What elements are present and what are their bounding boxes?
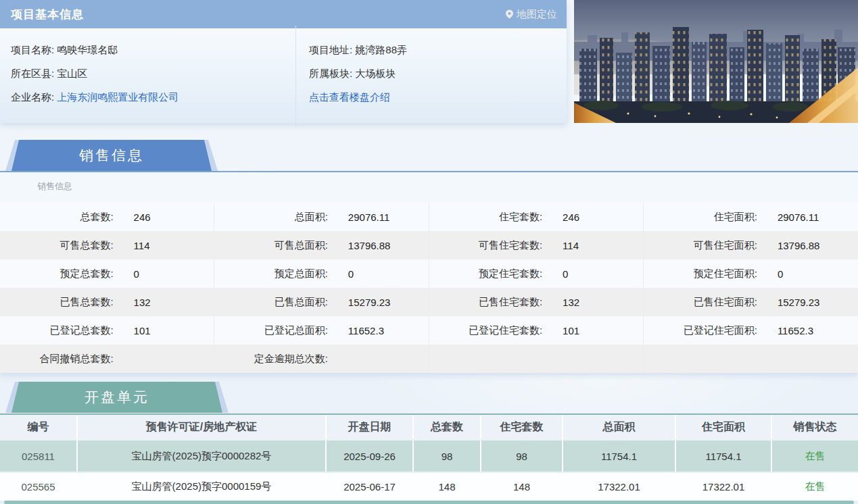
page-root: 项目基本信息 地图定位 项目名称: 鸣映华璟名邸所在区县: 宝山区企业名称: 上… — [0, 0, 858, 504]
sales-stat-row: 可售总套数:114可售总面积:13796.88可售住宅套数:114可售住宅面积:… — [0, 231, 858, 259]
sales-stat-label: 合同撤销总套数: — [0, 353, 114, 366]
sales-stat-label: 可售住宅面积: — [644, 239, 757, 252]
sales-stat-cell: 已登记住宅面积:11652.3 — [644, 316, 858, 345]
sales-stat-value: 11652.3 — [348, 325, 384, 336]
units-column-header: 住宅套数 — [481, 415, 563, 439]
sales-info-tab-header: 销售信息 — [5, 140, 218, 171]
sales-stat-label: 可售总面积: — [214, 239, 328, 252]
info-link[interactable]: 上海东润鸣熙置业有限公司 — [57, 91, 178, 103]
panel-title: 项目基本信息 — [11, 7, 84, 22]
info-link[interactable]: 点击查看楼盘介绍 — [309, 91, 390, 103]
sales-stat-value: 0 — [348, 268, 354, 280]
sales-info-section: 销售信息 总套数:246总面积:29076.11住宅套数:246住宅面积:290… — [0, 172, 858, 373]
sales-stat-label: 定金逾期总次数: — [214, 353, 328, 366]
sales-stat-label: 已登记住宅套数: — [429, 324, 543, 337]
unit-cell: 11754.1 — [563, 440, 676, 472]
units-column-header: 住宅面积 — [676, 415, 772, 439]
sales-stat-value: 13796.88 — [348, 240, 391, 251]
info-label: 项目名称: — [11, 44, 57, 55]
sales-stat-value: 15279.23 — [778, 297, 820, 308]
info-field: 企业名称: 上海东润鸣熙置业有限公司 — [11, 85, 295, 109]
sales-stat-row: 合同撤销总套数:定金逾期总次数: — [0, 345, 858, 373]
unit-row: 025565宝山房管(2025)预字0000159号2025-06-171481… — [0, 473, 858, 501]
sales-stat-value: 13796.88 — [778, 240, 820, 251]
unit-cell: 宝山房管(2025)预字0000159号 — [78, 473, 327, 501]
info-label: 项目地址: — [309, 44, 355, 55]
unit-cell: 11754.1 — [676, 440, 772, 472]
sales-stat-label: 可售总套数: — [0, 239, 114, 252]
sales-stat-value: 29076.11 — [348, 211, 389, 223]
unit-cell: 148 — [481, 473, 563, 501]
project-info-panel: 项目基本信息 地图定位 项目名称: 鸣映华璟名邸所在区县: 宝山区企业名称: 上… — [0, 0, 567, 123]
units-column-header: 总套数 — [414, 415, 481, 439]
unit-row: 025811宝山房管(2025)预字0000282号2025-09-269898… — [0, 440, 858, 472]
map-pin-icon — [506, 9, 513, 19]
sales-stat-cell — [644, 345, 858, 373]
sales-stat-row: 总套数:246总面积:29076.11住宅套数:246住宅面积:29076.11 — [0, 203, 858, 231]
section-bottom-bar — [4, 501, 854, 504]
sales-stat-cell: 预定住宅套数:0 — [429, 259, 644, 288]
sales-stat-value: 101 — [563, 325, 579, 336]
sales-stat-cell: 可售住宅套数:114 — [429, 231, 644, 259]
sales-stat-label: 总套数: — [0, 211, 114, 224]
sales-stat-cell: 已售总面积:15279.23 — [214, 288, 429, 316]
units-column-header: 预售许可证/房地产权证 — [78, 415, 327, 439]
sales-stat-cell: 总面积:29076.11 — [214, 203, 429, 231]
sales-stat-value: 0 — [134, 268, 139, 280]
units-column-header: 销售状态 — [772, 415, 858, 439]
sales-stat-label: 已登记住宅面积: — [644, 324, 757, 337]
map-locate-link[interactable]: 地图定位 — [506, 8, 557, 21]
sales-stat-cell: 已售总套数:132 — [0, 288, 214, 316]
project-info-body: 项目名称: 鸣映华璟名邸所在区县: 宝山区企业名称: 上海东润鸣熙置业有限公司 … — [0, 28, 567, 123]
sales-stat-cell: 预定总套数:0 — [0, 259, 214, 288]
units-column-header: 编号 — [0, 415, 78, 439]
sales-tab-label: 销售信息 — [11, 140, 212, 171]
info-value: 鸣映华璟名邸 — [57, 44, 118, 55]
info-value: 宝山区 — [57, 68, 87, 79]
sales-stat-value: 29076.11 — [778, 211, 819, 223]
project-info-header: 项目基本信息 地图定位 — [0, 0, 567, 28]
info-field: 所在区县: 宝山区 — [11, 61, 295, 85]
unit-code-cell: 025565 — [0, 473, 78, 501]
sales-stat-row: 已售总套数:132已售总面积:15279.23已售住宅套数:132已售住宅面积:… — [0, 288, 858, 316]
sales-stat-value: 15279.23 — [348, 297, 391, 308]
info-field: 点击查看楼盘介绍 — [309, 85, 407, 109]
units-section-divider — [0, 413, 858, 415]
info-value: 大场板块 — [355, 68, 396, 79]
unit-status-cell: 在售 — [772, 440, 858, 472]
sales-stat-label: 已售总套数: — [0, 296, 114, 309]
sales-stat-row: 已登记总套数:101已登记总面积:11652.3已登记住宅套数:101已登记住宅… — [0, 316, 858, 345]
sales-stat-cell: 预定总面积:0 — [214, 259, 429, 288]
units-tab-label: 开盘单元 — [11, 382, 222, 413]
opening-units-tab-header: 开盘单元 — [5, 382, 229, 413]
unit-cell: 17322.01 — [676, 473, 772, 501]
sales-stat-label: 住宅面积: — [644, 211, 757, 224]
unit-cell: 宝山房管(2025)预字0000282号 — [78, 440, 327, 472]
map-locate-label: 地图定位 — [517, 8, 557, 21]
sales-stat-label: 总面积: — [214, 211, 328, 224]
sales-stat-cell: 合同撤销总套数: — [0, 345, 214, 373]
sales-stat-label: 已登记总面积: — [214, 324, 328, 337]
sales-stat-cell: 已登记总套数:101 — [0, 316, 214, 345]
sales-stat-value: 114 — [134, 240, 150, 251]
info-field: 所属板块: 大场板块 — [309, 61, 407, 85]
sales-stat-label: 预定总套数: — [0, 268, 114, 280]
info-label: 企业名称: — [11, 91, 57, 103]
sales-stat-label: 预定住宅面积: — [644, 268, 757, 280]
sales-stat-cell: 已登记总面积:11652.3 — [214, 316, 429, 345]
sales-stat-row: 预定总套数:0预定总面积:0预定住宅套数:0预定住宅面积:0 — [0, 259, 858, 288]
units-column-header: 开盘日期 — [327, 415, 414, 439]
unit-cell: 98 — [481, 440, 563, 472]
project-info-left-column: 项目名称: 鸣映华璟名邸所在区县: 宝山区企业名称: 上海东润鸣熙置业有限公司 — [0, 38, 295, 123]
unit-cell: 17322.01 — [563, 473, 676, 501]
sales-stat-value: 0 — [778, 268, 783, 280]
sales-stat-value: 114 — [563, 240, 579, 251]
sales-stat-label: 预定住宅套数: — [429, 268, 543, 280]
sales-stat-label: 住宅套数: — [429, 211, 543, 224]
units-header-row: 编号预售许可证/房地产权证开盘日期总套数住宅套数总面积住宅面积销售状态 — [0, 415, 858, 439]
sales-stat-label: 可售住宅套数: — [429, 239, 543, 252]
unit-code-cell: 025811 — [0, 440, 78, 472]
sales-stat-label: 已售住宅套数: — [429, 296, 543, 309]
info-value: 姚湾路88弄 — [355, 44, 407, 55]
sales-stat-cell: 已售住宅套数:132 — [429, 288, 644, 316]
